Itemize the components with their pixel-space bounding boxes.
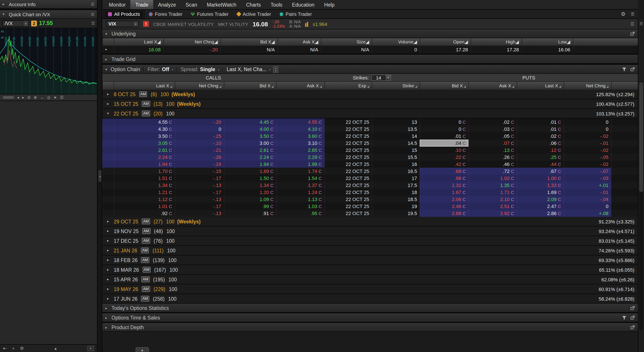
call-ask-cell[interactable]: 4.55C (276, 118, 324, 126)
expand-chevron-icon[interactable]: ▸ (105, 326, 109, 330)
put-last-cell[interactable]: 2.86C (517, 210, 564, 217)
call-bid-cell[interactable]: .99C (224, 203, 276, 210)
call-net-chng-cell[interactable]: -.25 (175, 132, 224, 140)
strike-cell[interactable]: 19.5 (372, 210, 420, 217)
expiration-row-29-oct-25[interactable]: ▸29 OCT 25AM(27)100(Weeklys)91.23% (±3.3… (102, 217, 638, 226)
header-open[interactable]: Open◢ (420, 38, 470, 46)
call-net-chng-cell[interactable]: 0 (175, 126, 224, 132)
call-last-cell[interactable]: 4.30C (114, 126, 175, 132)
strikes-stepper[interactable]: ▴▾ (273, 66, 278, 73)
chart-scrollbar-thumb[interactable] (3, 96, 14, 99)
tab-forex-trader[interactable]: Forex Trader (145, 10, 186, 18)
strike-cell[interactable]: 18.5 (372, 196, 420, 203)
call-ask-cell[interactable]: 1.74C (276, 168, 324, 175)
collapse-chevron-icon[interactable]: ▾ (105, 32, 109, 36)
call-ask-cell[interactable]: 4.10C (276, 126, 324, 132)
call-ask-cell[interactable]: 1.37C (276, 182, 324, 189)
option-row-strike-17[interactable]: 1.51C-.171.50C1.54C22 OCT 2517.98C1.02C1… (102, 175, 638, 182)
expiration-cell[interactable]: 22 OCT 25 (324, 189, 372, 196)
expiration-cell[interactable]: 22 OCT 25 (324, 210, 372, 217)
chart-symbol-value[interactable]: /VX (3, 20, 23, 26)
call-net-chng-cell[interactable]: -.15 (175, 168, 224, 175)
put-ask-cell[interactable]: .72C (468, 168, 517, 175)
call-last-cell[interactable]: 2.61C (114, 146, 175, 154)
expiration-cell[interactable]: 22 OCT 25 (324, 203, 372, 210)
expiration-row-19-nov-25[interactable]: ▸19 NOV 25AM(48)10093.24% (±4.571) (102, 226, 638, 236)
call-bid-cell[interactable]: 3.50C (224, 132, 276, 140)
tab-all-products[interactable]: All Products (104, 10, 144, 18)
put-last-cell[interactable]: 2.09C (517, 196, 564, 203)
restore-panel-tab[interactable]: ▲ (136, 347, 149, 352)
menu-tools[interactable]: Tools (266, 0, 287, 9)
oc-header-strike[interactable]: Strike◢ (372, 82, 420, 90)
expiration-cell[interactable]: 22 OCT 25 (324, 182, 372, 189)
call-bid-cell[interactable]: 1.69C (224, 168, 276, 175)
option-row-strike-13.5[interactable]: 4.30C04.00C4.10C22 OCT 2513.50C.03C.01C0 (102, 126, 638, 132)
put-last-cell[interactable]: 1.00C (517, 175, 564, 182)
chart-menu-icon[interactable]: ☰ (91, 21, 95, 26)
put-last-cell[interactable]: .01C (517, 126, 564, 132)
put-ask-cell[interactable]: .05C (468, 132, 517, 140)
put-bid-cell[interactable]: 2.88C (420, 210, 468, 217)
expand-chevron-icon[interactable]: ▸ (102, 220, 114, 224)
detach-icon[interactable] (630, 316, 635, 320)
strike-cell[interactable]: 15.5 (372, 154, 420, 161)
put-ask-cell[interactable]: .26C (468, 154, 517, 161)
put-bid-cell[interactable]: 1.31C (420, 182, 468, 189)
put-last-cell[interactable]: .02C (517, 132, 564, 140)
account-info-header[interactable]: ▸ Account Info ☰ (0, 0, 97, 9)
expand-chevron-icon[interactable]: ▸ (3, 2, 6, 6)
expand-chevron-icon[interactable]: ▸ (102, 287, 114, 291)
crosshair-icon[interactable]: ◎ (47, 95, 50, 100)
expand-chevron-icon[interactable]: ▸ (102, 239, 114, 243)
expiration-cell[interactable]: 22 OCT 25 (324, 132, 372, 140)
put-last-cell[interactable]: .25C (517, 154, 564, 161)
expiration-row-22-oct-25[interactable]: ▾22 OCT 25AM(20)100103.13% (±3.257) (102, 109, 638, 118)
put-ask-cell[interactable]: .46C (468, 161, 517, 168)
tab-futures-trader[interactable]: ΨFutures Trader (187, 10, 232, 18)
call-last-cell[interactable]: 1.70C (114, 168, 175, 175)
skip-to-start-icon[interactable]: ⇤ (3, 346, 7, 351)
call-ask-cell[interactable]: 3.60C (276, 132, 324, 140)
strike-cell[interactable]: 15 (372, 146, 420, 154)
put-ask-cell[interactable]: 1.71C (468, 189, 517, 196)
row-expand-chevron[interactable]: ▸ (102, 46, 114, 54)
put-bid-cell[interactable]: .22C (420, 154, 468, 161)
layout-menu-icon[interactable]: ☰ (631, 12, 634, 16)
gadget-menu-icon[interactable]: ☰ (91, 2, 94, 6)
oc-header-net-chng[interactable]: Net Chng◢ (564, 82, 611, 90)
filter-dropdown[interactable]: Filter: Off ▾ (148, 67, 173, 72)
expand-chevron-icon[interactable]: ▸ (102, 297, 114, 301)
layout-dropdown[interactable]: Last X, Net Cha... ▾ (227, 67, 271, 72)
alert-icon[interactable]: ! (143, 21, 149, 27)
call-last-cell[interactable]: 1.12C (114, 196, 175, 203)
put-net-chng-cell[interactable]: 0 (564, 118, 611, 126)
put-bid-cell[interactable]: .98C (420, 175, 468, 182)
product-depth-header[interactable]: ▸ Product Depth (102, 323, 638, 332)
put-last-cell[interactable]: .67C (517, 168, 564, 175)
panel-splitter[interactable]: ◂ (98, 0, 102, 352)
expand-chevron-icon[interactable]: ▸ (102, 258, 114, 262)
expiration-cell[interactable]: 22 OCT 25 (324, 154, 372, 161)
quick-chart-canvas[interactable]: /VXZ24/VXF25/VXG25/VXH25/VXJ25/VXK25/VXM… (0, 28, 97, 94)
call-bid-cell[interactable]: .91C (224, 210, 276, 217)
call-last-cell[interactable]: 1.01C (114, 203, 175, 210)
put-net-chng-cell[interactable]: +.08 (564, 210, 611, 217)
menu-analyze[interactable]: Analyze (153, 0, 181, 9)
put-net-chng-cell[interactable]: +.01 (564, 182, 611, 189)
scroll-right-icon[interactable]: ▸ (22, 95, 24, 100)
put-net-chng-cell[interactable]: -.03 (564, 175, 611, 182)
put-ask-cell[interactable]: 1.02C (468, 175, 517, 182)
option-row-strike-18.5[interactable]: 1.12C-.131.09C1.13C22 OCT 2518.52.06C2.1… (102, 196, 638, 203)
call-bid-cell[interactable]: 3.00C (224, 140, 276, 146)
panel-up-icon[interactable]: ▴ (54, 346, 57, 351)
call-last-cell[interactable]: 1.94C (114, 161, 175, 168)
detach-icon[interactable] (630, 67, 635, 72)
option-row-strike-15[interactable]: 2.61C-.212.61C2.65C22 OCT 2515.10C.13C.1… (102, 146, 638, 154)
expiration-row-15-apr-26[interactable]: ▸15 APR 26AM(195)10062.08% (±6.26) (102, 275, 638, 284)
put-net-chng-cell[interactable]: -.07 (564, 168, 611, 175)
option-row-strike-13[interactable]: 4.55C-.204.45C4.55C22 OCT 25130C.02C.01C… (102, 118, 638, 126)
call-bid-cell[interactable]: 4.45C (224, 118, 276, 126)
call-ask-cell[interactable]: 3.10C (276, 140, 324, 146)
call-net-chng-cell[interactable]: -.17 (175, 189, 224, 196)
